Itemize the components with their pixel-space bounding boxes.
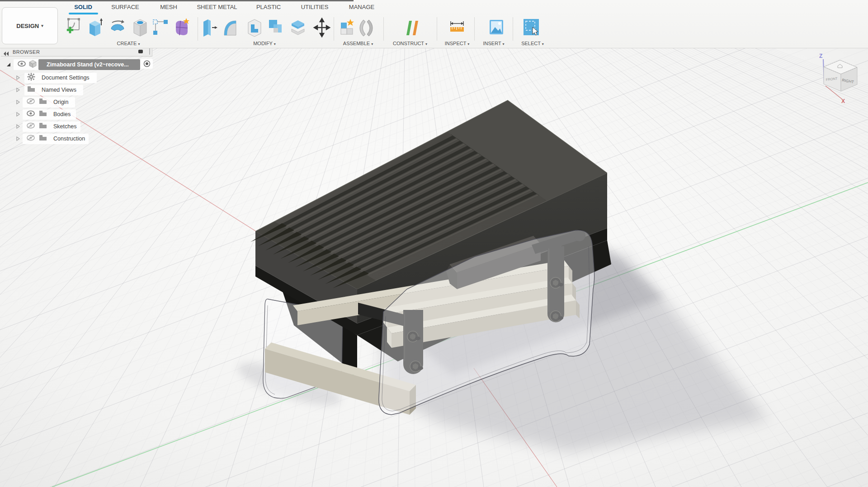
collapse-panel-icon[interactable]: [4, 50, 9, 54]
group-divider: [474, 17, 475, 41]
hole-icon[interactable]: [131, 17, 149, 39]
tree-row-origin[interactable]: Origin: [0, 97, 154, 108]
insert-group-label[interactable]: INSERT ▾: [483, 41, 504, 46]
group-divider: [198, 17, 198, 41]
tree-item-label: Construction: [53, 136, 85, 142]
workspace-selector[interactable]: DESIGN ▾: [2, 7, 58, 44]
component-cube-icon: [28, 60, 37, 70]
group-divider: [513, 17, 513, 41]
visibility-off-icon[interactable]: [26, 135, 35, 143]
form-icon[interactable]: [173, 17, 191, 39]
tree-row-root[interactable]: Zimaboard Stand (v2~recove...: [0, 59, 154, 70]
joint-icon[interactable]: [357, 17, 375, 39]
group-divider: [383, 17, 384, 41]
tab-solid[interactable]: SOLID: [67, 4, 99, 11]
viewcube-x-label: X: [841, 98, 845, 104]
tab-plastic[interactable]: PLASTIC: [253, 4, 284, 11]
browser-header: BROWSER: [1, 47, 152, 56]
tree-row-sketches[interactable]: Sketches: [0, 121, 154, 132]
revolve-icon[interactable]: [108, 17, 127, 39]
visibility-off-icon[interactable]: [26, 98, 35, 106]
tree-item-label: Origin: [53, 99, 68, 105]
tree-row-document-settings[interactable]: Document Settings: [0, 72, 154, 83]
tree-item-label: Document Settings: [42, 75, 90, 81]
create-sketch-icon[interactable]: [65, 17, 83, 39]
select-group-label[interactable]: SELECT ▾: [521, 41, 544, 46]
split-body-icon[interactable]: [289, 17, 307, 39]
gear-icon: [27, 73, 35, 83]
tree-item-label: Bodies: [53, 111, 71, 117]
tree-row-named-views[interactable]: Named Views: [0, 84, 154, 95]
root-document-label: Zimaboard Stand (v2~recove...: [47, 61, 129, 68]
tree-item-label: Named Views: [42, 87, 76, 93]
modify-group-label[interactable]: MODIFY ▾: [253, 41, 276, 46]
fusion360-window: Z FRONT RIGHT X DESIGN ▾ SOLID SURFACE M…: [0, 0, 868, 487]
construction-plane-icon[interactable]: [403, 17, 421, 39]
folder-icon: [39, 135, 47, 143]
chevron-right-icon[interactable]: [16, 74, 20, 82]
tree-row-bodies[interactable]: Bodies: [0, 109, 154, 120]
press-pull-icon[interactable]: [201, 17, 219, 39]
tree-row-construction[interactable]: Construction: [0, 133, 154, 144]
toolbar: DESIGN ▾ SOLID SURFACE MESH SHEET METAL …: [0, 0, 868, 48]
shell-icon[interactable]: [245, 17, 264, 39]
select-icon[interactable]: [522, 17, 540, 39]
workspace-label: DESIGN: [16, 23, 39, 29]
folder-icon: [39, 122, 47, 131]
root-selection-chip[interactable]: Zimaboard Stand (v2~recove...: [38, 59, 140, 70]
move-icon[interactable]: [313, 17, 331, 39]
pattern-icon[interactable]: [151, 17, 170, 39]
tab-surface[interactable]: SURFACE: [109, 4, 141, 11]
inspect-group-label[interactable]: INSPECT ▾: [445, 41, 470, 46]
new-component-icon[interactable]: [338, 17, 356, 39]
expand-triangle-icon[interactable]: [6, 61, 11, 69]
browser-title: BROWSER: [13, 49, 40, 55]
viewcube-z-label: Z: [819, 53, 822, 59]
visibility-eye-icon[interactable]: [26, 110, 35, 118]
create-group-label[interactable]: CREATE ▾: [117, 41, 140, 46]
folder-icon: [39, 110, 47, 118]
extrude-icon[interactable]: [86, 17, 104, 39]
insert-image-icon[interactable]: [487, 17, 505, 39]
titlebar-edge: [0, 0, 354, 1]
folder-icon: [39, 98, 47, 106]
visibility-off-icon[interactable]: [26, 122, 35, 131]
chevron-right-icon[interactable]: [16, 135, 20, 143]
tree-item-label: Sketches: [53, 123, 76, 130]
combine-icon[interactable]: [266, 17, 284, 39]
visibility-eye-icon[interactable]: [17, 61, 26, 69]
chevron-right-icon[interactable]: [16, 86, 20, 94]
fillet-icon[interactable]: [221, 17, 239, 39]
chevron-right-icon[interactable]: [16, 110, 20, 118]
tab-utilities[interactable]: UTILITIES: [299, 4, 330, 11]
activate-component-radio[interactable]: [141, 59, 153, 70]
tab-mesh[interactable]: MESH: [153, 4, 184, 11]
construct-group-label[interactable]: CONSTRUCT ▾: [393, 41, 427, 46]
folder-icon: [27, 86, 35, 94]
panel-resize-handle[interactable]: [149, 48, 150, 55]
active-tab-underline: [69, 13, 98, 14]
group-divider: [437, 17, 437, 41]
measure-icon[interactable]: [448, 17, 466, 39]
caret-down-icon: ▾: [41, 23, 43, 28]
tab-sheet-metal[interactable]: SHEET METAL: [194, 4, 240, 11]
chevron-right-icon[interactable]: [16, 98, 20, 106]
tab-manage[interactable]: MANAGE: [346, 4, 377, 11]
display-filter-icon[interactable]: [138, 50, 143, 53]
assemble-group-label[interactable]: ASSEMBLE ▾: [343, 41, 373, 46]
group-divider: [334, 17, 334, 41]
chevron-right-icon[interactable]: [16, 122, 20, 131]
